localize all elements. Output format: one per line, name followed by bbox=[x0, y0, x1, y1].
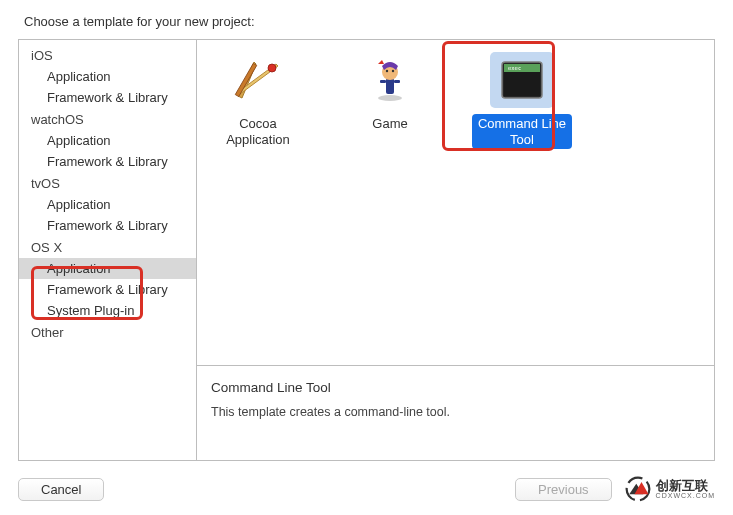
sidebar-group-ios[interactable]: iOS bbox=[19, 44, 196, 66]
svg-point-1 bbox=[268, 64, 276, 72]
sidebar-item-watchos-framework[interactable]: Framework & Library bbox=[19, 151, 196, 172]
template-grid: Cocoa Application bbox=[197, 40, 714, 365]
sidebar-item-watchos-application[interactable]: Application bbox=[19, 130, 196, 151]
sidebar-group-other[interactable]: Other bbox=[19, 321, 196, 343]
previous-button[interactable]: Previous bbox=[515, 478, 612, 501]
watermark-sub: CDXWCX.COM bbox=[656, 492, 715, 499]
sidebar-item-ios-framework[interactable]: Framework & Library bbox=[19, 87, 196, 108]
sidebar-item-osx-application[interactable]: Application bbox=[19, 258, 196, 279]
sidebar-item-tvos-application[interactable]: Application bbox=[19, 194, 196, 215]
svg-point-8 bbox=[392, 70, 394, 72]
game-icon bbox=[358, 52, 422, 108]
sidebar-group-watchos[interactable]: watchOS bbox=[19, 108, 196, 130]
cancel-button[interactable]: Cancel bbox=[18, 478, 104, 501]
new-project-dialog: Choose a template for your new project: … bbox=[0, 0, 733, 515]
watermark-text: 创新互联 bbox=[656, 479, 715, 492]
template-description: Command Line Tool This template creates … bbox=[197, 365, 714, 460]
sidebar-group-osx[interactable]: OS X bbox=[19, 236, 196, 258]
cocoa-app-icon bbox=[226, 52, 290, 108]
sidebar-item-tvos-framework[interactable]: Framework & Library bbox=[19, 215, 196, 236]
svg-text:exec: exec bbox=[508, 65, 521, 71]
main-panel: iOS Application Framework & Library watc… bbox=[18, 39, 715, 461]
template-label: Cocoa Application bbox=[220, 114, 296, 149]
command-line-tool-icon: exec bbox=[490, 52, 554, 108]
platform-sidebar: iOS Application Framework & Library watc… bbox=[19, 40, 197, 460]
sidebar-group-tvos[interactable]: tvOS bbox=[19, 172, 196, 194]
svg-point-7 bbox=[386, 70, 388, 72]
watermark-logo: 创新互联 CDXWCX.COM bbox=[624, 475, 715, 503]
sidebar-item-osx-framework[interactable]: Framework & Library bbox=[19, 279, 196, 300]
template-content: Cocoa Application bbox=[197, 40, 714, 460]
description-text: This template creates a command-line too… bbox=[211, 405, 700, 419]
template-command-line-tool[interactable]: exec Command Line Tool bbox=[467, 50, 577, 149]
svg-rect-3 bbox=[386, 78, 394, 94]
template-label: Game bbox=[366, 114, 413, 134]
svg-rect-5 bbox=[380, 80, 386, 83]
svg-point-2 bbox=[378, 95, 402, 101]
dialog-prompt: Choose a template for your new project: bbox=[24, 14, 715, 29]
template-game[interactable]: Game bbox=[335, 50, 445, 134]
svg-rect-12 bbox=[504, 72, 540, 96]
sidebar-item-ios-application[interactable]: Application bbox=[19, 66, 196, 87]
svg-rect-6 bbox=[394, 80, 400, 83]
description-title: Command Line Tool bbox=[211, 380, 700, 395]
dialog-footer: Cancel Previous 创新互联 CDXWCX.COM bbox=[18, 461, 715, 503]
template-label: Command Line Tool bbox=[472, 114, 572, 149]
template-cocoa-application[interactable]: Cocoa Application bbox=[203, 50, 313, 149]
sidebar-item-osx-system-plugin[interactable]: System Plug-in bbox=[19, 300, 196, 321]
